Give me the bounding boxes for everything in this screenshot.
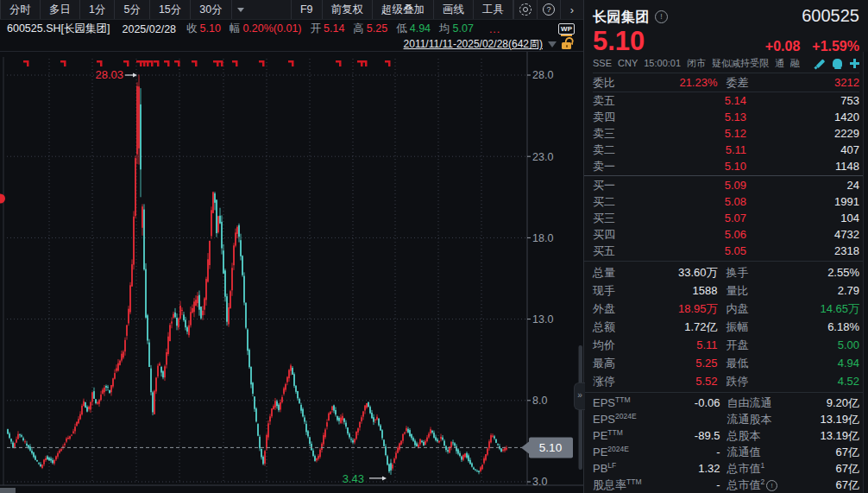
bid-price: 5.05 <box>645 244 746 257</box>
ask-volume: 1420 <box>746 111 859 123</box>
ask-row[interactable]: 卖二 5.11 407 <box>593 142 859 158</box>
interval-dropdown-caret[interactable] <box>237 8 244 12</box>
alert-bell-icon[interactable] <box>833 59 842 67</box>
ohlc-field: 幅0.20%(0.01) <box>230 22 302 35</box>
toolbar-button[interactable]: 超级叠加 <box>372 0 433 19</box>
stat-label: 开盘 <box>726 338 783 353</box>
stat-value: 2.55% <box>783 266 860 279</box>
fundamental-value: 13.19亿 <box>805 428 860 444</box>
fundamental-label: EPS2024E <box>593 413 665 426</box>
fundamental-row: PETTM -89.5 总股本 13.19亿 <box>593 427 859 444</box>
bid-row[interactable]: 买五 5.05 2318 <box>593 243 859 259</box>
toolbar-button[interactable]: F9 <box>291 0 322 19</box>
stat-label: 最低 <box>726 356 783 371</box>
ask-price: 5.12 <box>645 127 746 140</box>
weicha-label: 委差 <box>726 75 783 91</box>
toolbar-button[interactable]: 前复权 <box>322 0 373 19</box>
period-tab[interactable]: 分时 <box>0 0 40 19</box>
more-fields-ellipsis[interactable]: ... <box>489 23 500 35</box>
bid-volume: 1991 <box>746 195 859 208</box>
bid-volume: 2318 <box>746 244 859 257</box>
unlocked-padlock-icon[interactable] <box>562 42 571 49</box>
stock-info-icon[interactable]: ! <box>655 10 668 23</box>
stock-code: 600525 <box>802 6 859 26</box>
svg-text:13.0: 13.0 <box>532 313 553 326</box>
stat-label: 涨停 <box>593 374 641 389</box>
ohlc-field: 均5.07 <box>439 22 474 35</box>
bar-date-label: 2025/02/28 <box>123 23 177 35</box>
bid-price: 5.07 <box>645 212 746 224</box>
stat-label: 外盘 <box>593 301 641 317</box>
bid-ask-divider <box>584 175 868 176</box>
date-range-link[interactable]: 2011/11/11-2025/02/28(642周) <box>404 37 543 52</box>
date-range-bar: 2011/11/11-2025/02/28(642周) <box>0 38 583 51</box>
status-token: 15:00:01 <box>644 58 681 68</box>
ask-level-label: 卖四 <box>593 110 645 125</box>
period-tab[interactable]: 1分 <box>79 0 114 19</box>
bid-book: 买一 5.09 24 买二 5.08 1991 买三 5.07 104 <box>593 177 859 259</box>
period-tab[interactable]: 5分 <box>114 0 148 19</box>
panel-scrollbar[interactable] <box>863 52 868 493</box>
stat-value: 5.25 <box>641 357 718 370</box>
ask-price: 5.14 <box>645 94 746 107</box>
period-tab[interactable]: 30分 <box>190 0 231 19</box>
svg-text:3.43: 3.43 <box>343 472 364 485</box>
candlestick-chart[interactable]: 28.023.018.013.08.03.028.033.435.10 <box>0 51 583 493</box>
bid-level-label: 买五 <box>593 243 645 259</box>
panel-collapse-tab[interactable]: » <box>574 382 585 410</box>
chevron-right-icon: › <box>570 3 574 16</box>
price-change: +0.08 <box>765 39 800 54</box>
wp-indicator-icon[interactable]: WP <box>558 23 575 35</box>
ask-row[interactable]: 卖一 5.10 1148 <box>593 158 859 174</box>
ask-row[interactable]: 卖五 5.14 753 <box>593 92 859 109</box>
draw-note-icon[interactable] <box>815 59 825 69</box>
period-tab[interactable]: 多日 <box>40 0 79 19</box>
bid-row[interactable]: 买四 5.06 4732 <box>593 226 859 243</box>
fundamental-label: 自由流通 <box>727 395 805 411</box>
period-tab[interactable]: 15分 <box>149 0 190 19</box>
stat-row: 均价 5.11 开盘 5.00 <box>593 336 859 354</box>
svg-text:18.0: 18.0 <box>532 232 553 244</box>
bid-volume: 104 <box>746 212 859 224</box>
ask-volume: 2229 <box>746 127 859 140</box>
range-dropdown-icon[interactable] <box>548 41 557 47</box>
info-icon[interactable]: ! <box>766 480 777 491</box>
quote-info-bar: 600525.SH[长园集团] 2025/02/28 收5.10幅0.20%(0… <box>0 20 583 38</box>
ask-row[interactable]: 卖四 5.13 1420 <box>593 109 859 125</box>
stat-value: 18.95万 <box>641 301 718 317</box>
bid-volume: 24 <box>746 179 859 192</box>
expand-toolbar-button[interactable]: › <box>560 0 583 19</box>
bid-row[interactable]: 买二 5.08 1991 <box>593 193 859 210</box>
fundamental-label: 总市值2! <box>727 477 805 493</box>
weibi-row: 委比 21.23% 委差 3212 <box>593 73 859 92</box>
bid-row[interactable]: 买三 5.07 104 <box>593 210 859 226</box>
help-icon: ? <box>543 3 555 16</box>
help-button[interactable]: ? <box>537 0 560 19</box>
svg-text:5.10: 5.10 <box>539 441 562 454</box>
stat-label: 内盘 <box>726 301 783 317</box>
stat-value: 4.94 <box>783 357 860 370</box>
ask-price: 5.13 <box>645 111 746 123</box>
stat-value: 5.52 <box>641 375 718 388</box>
chart-canvas[interactable]: 28.023.018.013.08.03.028.033.435.10 <box>0 52 583 493</box>
status-token: 通 <box>775 58 784 68</box>
add-watchlist-icon[interactable] <box>850 59 859 68</box>
section-separator <box>584 261 868 262</box>
toolbar-button[interactable]: 工具 <box>473 0 513 19</box>
svg-text:8.0: 8.0 <box>532 395 547 407</box>
stat-value: 1.72亿 <box>641 319 718 335</box>
stat-label: 均价 <box>593 338 641 353</box>
toolbar-button[interactable]: 画线 <box>433 0 473 19</box>
fundamental-value: 67亿 <box>805 445 860 460</box>
ask-row[interactable]: 卖三 5.12 2229 <box>593 125 859 142</box>
ask-volume: 1148 <box>746 160 859 173</box>
stat-row: 总量 33.60万 换手 2.55% <box>593 263 859 281</box>
settings-button[interactable] <box>513 0 537 19</box>
fundamental-row: EPS2024E 流通股本 13.19亿 <box>593 411 859 427</box>
fundamental-value: -0.06 <box>665 396 720 409</box>
stat-value: 5.11 <box>641 338 718 351</box>
svg-text:3.0: 3.0 <box>532 476 547 488</box>
bid-row[interactable]: 买一 5.09 24 <box>593 177 859 193</box>
ask-level-label: 卖三 <box>593 126 645 142</box>
bid-price: 5.08 <box>645 195 746 208</box>
